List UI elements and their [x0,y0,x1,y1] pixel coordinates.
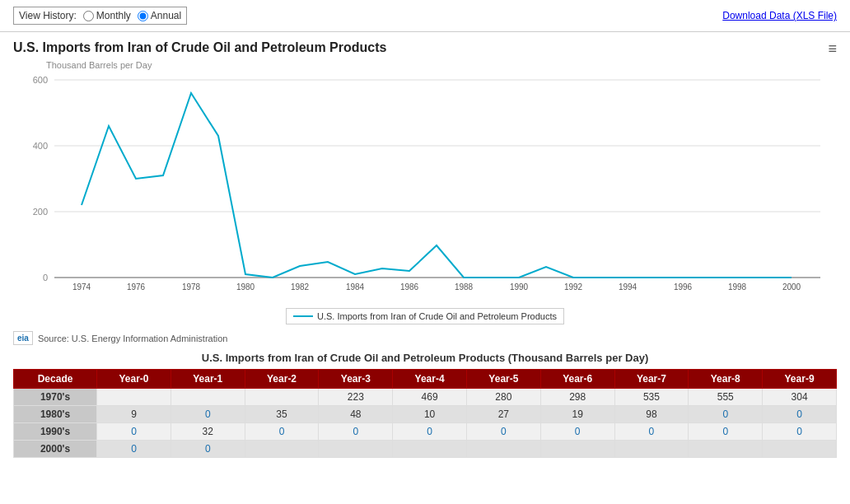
table-header-row: Decade Year-0 Year-1 Year-2 Year-3 Year-… [14,370,837,389]
col-year5: Year-5 [466,370,540,389]
download-link[interactable]: Download Data (XLS File) [722,10,837,21]
svg-text:1976: 1976 [127,282,146,292]
svg-text:1994: 1994 [619,282,638,292]
monthly-label: Monthly [96,10,131,21]
table-cell: 535 [614,389,689,406]
svg-text:1982: 1982 [291,282,310,292]
table-cell [540,441,614,458]
chart-legend: U.S. Imports from Iran of Crude Oil and … [13,308,837,324]
svg-text:1992: 1992 [564,282,583,292]
table-cell: 0 [689,406,763,423]
svg-text:1986: 1986 [400,282,419,292]
col-year6: Year-6 [540,370,614,389]
table-title: U.S. Imports from Iran of Crude Oil and … [13,352,837,364]
table-cell: 298 [540,389,614,406]
table-cell: 0 [319,423,393,441]
chart-menu-icon[interactable]: ≡ [828,40,837,58]
table-cell: 19 [540,406,614,423]
table-cell: 32 [170,423,245,441]
view-history-label: View History: [19,10,77,21]
table-cell: 0 [689,423,763,441]
col-year8: Year-8 [689,370,763,389]
chart-container: U.S. Imports from Iran of Crude Oil and … [0,32,850,324]
svg-text:1974: 1974 [72,282,91,292]
table-cell [97,389,171,406]
col-decade: Decade [14,370,97,389]
table-row: 2000's00 [14,441,837,458]
col-year7: Year-7 [614,370,689,389]
table-cell: 35 [245,406,319,423]
table-cell [763,441,837,458]
table-cell [614,441,689,458]
source-text: Source: U.S. Energy Information Administ… [38,334,228,343]
table-row: 1980's9035481027199800 [14,406,837,423]
table-cell: 48 [319,406,393,423]
chart-title: U.S. Imports from Iran of Crude Oil and … [13,40,837,55]
cell-decade: 1970's [14,389,97,406]
table-cell: 0 [170,406,245,423]
table-row: 1990's03200000000 [14,423,837,441]
table-cell: 0 [170,441,245,458]
y-axis-label: Thousand Barrels per Day [46,60,837,70]
download-link-wrapper: Download Data (XLS File) [722,10,837,21]
svg-text:1978: 1978 [182,282,201,292]
table-cell: 27 [466,406,540,423]
annual-label: Annual [151,10,181,21]
table-row: 1970's223469280298535555304 [14,389,837,406]
table-cell [689,441,763,458]
svg-text:1980: 1980 [236,282,255,292]
annual-option[interactable]: Annual [138,10,181,21]
table-cell: 0 [763,423,837,441]
table-cell [245,441,319,458]
legend-item: U.S. Imports from Iran of Crude Oil and … [286,308,564,324]
monthly-radio[interactable] [83,11,94,21]
cell-decade: 2000's [14,441,97,458]
table-cell: 280 [466,389,540,406]
table-cell: 0 [763,406,837,423]
svg-text:600: 600 [33,75,48,85]
table-cell: 9 [97,406,171,423]
table-cell: 469 [393,389,467,406]
legend-line-icon [293,315,313,317]
monthly-option[interactable]: Monthly [83,10,131,21]
table-cell: 0 [614,423,689,441]
legend-label: U.S. Imports from Iran of Crude Oil and … [317,311,557,321]
table-cell [466,441,540,458]
table-cell: 0 [393,423,467,441]
col-year2: Year-2 [245,370,319,389]
col-year1: Year-1 [170,370,245,389]
chart-svg-wrapper: 600 400 200 0 1974 1976 1978 1980 1982 1… [13,72,837,305]
svg-text:200: 200 [33,207,48,217]
table-cell: 0 [245,423,319,441]
eia-logo: eia [13,331,33,345]
chart-svg: 600 400 200 0 1974 1976 1978 1980 1982 1… [13,72,837,302]
svg-text:2000: 2000 [782,282,801,292]
table-cell [393,441,467,458]
table-cell: 0 [97,441,171,458]
svg-text:1996: 1996 [674,282,693,292]
table-cell [245,389,319,406]
header: View History: Monthly Annual Download Da… [0,0,850,32]
table-cell: 555 [689,389,763,406]
table-body: 1970's2234692802985355553041980's9035481… [14,389,837,458]
view-history-control: View History: Monthly Annual [13,7,187,25]
table-section: U.S. Imports from Iran of Crude Oil and … [0,352,850,471]
svg-text:1984: 1984 [346,282,365,292]
svg-text:1990: 1990 [510,282,529,292]
table-cell: 10 [393,406,467,423]
col-year4: Year-4 [393,370,467,389]
data-table: Decade Year-0 Year-1 Year-2 Year-3 Year-… [13,369,837,458]
table-cell: 98 [614,406,689,423]
table-cell: 223 [319,389,393,406]
cell-decade: 1980's [14,406,97,423]
col-year0: Year-0 [97,370,171,389]
cell-decade: 1990's [14,423,97,441]
source-row: eia Source: U.S. Energy Information Admi… [0,324,850,352]
table-cell: 0 [97,423,171,441]
table-cell [319,441,393,458]
col-year3: Year-3 [319,370,393,389]
annual-radio[interactable] [138,11,148,21]
table-cell [170,389,245,406]
table-cell: 0 [466,423,540,441]
svg-text:1998: 1998 [728,282,747,292]
